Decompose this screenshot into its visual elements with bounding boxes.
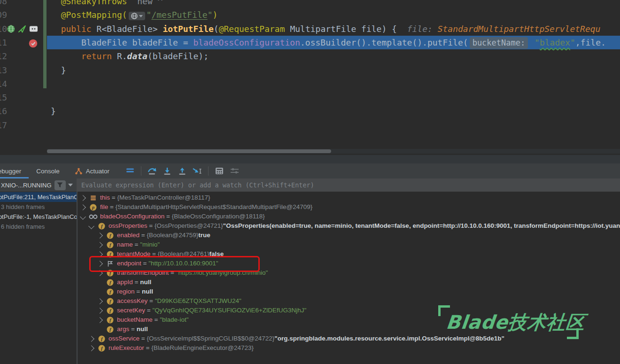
- line-number[interactable]: 214: [0, 77, 7, 91]
- variable-row-this[interactable]: this = {MesTaskPlanController@18117}: [78, 193, 620, 202]
- variable-row-ruleExecutor[interactable]: fruleExecutor = {BladeRuleEngineExecutor…: [78, 343, 620, 353]
- tab-label: Console: [36, 168, 60, 175]
- code-line-209[interactable]: 209 @PostMapping("/mesPutFile"): [0, 8, 620, 22]
- chevron-right-icon[interactable]: [97, 298, 103, 304]
- line-number[interactable]: 217: [0, 118, 7, 132]
- code-line-211[interactable]: 211 BladeFile bladeFile = bladeOssConfig…: [0, 36, 620, 49]
- variable-value: "QyVqGnhIQQE734UYSUFlGOZViE6+ZlDEfUG3Njh…: [152, 306, 306, 315]
- stack-frame[interactable]: iotPutFile:-1, MesTaskPlanController: [0, 212, 77, 222]
- variable-row-bladeOssConfiguration[interactable]: bladeOssConfiguration = {BladeOssConfigu…: [78, 212, 620, 221]
- field-icon: f: [105, 232, 115, 239]
- chevron-right-icon[interactable]: [88, 345, 94, 351]
- run-to-cursor-icon[interactable]: [191, 165, 204, 177]
- variable-name: accessKey: [117, 296, 147, 306]
- gutter-icons: [7, 22, 38, 36]
- filter-funnel-icon[interactable]: [54, 180, 66, 190]
- chevron-right-icon[interactable]: [97, 308, 103, 314]
- variable-row-ossProperties[interactable]: fossProperties = {OssProperties@24721} "…: [78, 221, 620, 231]
- layout-settings-icon[interactable]: [228, 165, 241, 177]
- tab-debugger[interactable]: Debugger: [0, 163, 29, 178]
- variable-row-region[interactable]: fregion = null: [78, 287, 620, 296]
- step-over-icon[interactable]: [146, 165, 159, 177]
- variable-row-enabled[interactable]: fenabled = {Boolean@24759} true: [78, 231, 620, 240]
- comment-box-icon[interactable]: [29, 25, 38, 32]
- toolbar-separator: [208, 166, 209, 176]
- variable-name: ossService: [108, 334, 140, 343]
- watermark-bracket-bottomright: [567, 328, 579, 339]
- chevron-down-icon[interactable]: [88, 223, 94, 229]
- tab-console[interactable]: Console: [29, 163, 67, 178]
- chevron-right-icon[interactable]: [80, 195, 86, 201]
- code-editor[interactable]: 208 @SneakyThrows new ^209 @PostMapping(…: [0, 0, 620, 155]
- editor-debug-splitter[interactable]: [0, 155, 620, 164]
- code-line-215[interactable]: 215: [0, 91, 620, 104]
- code-text: public R<BladeFile> iotPutFile(@RequestP…: [47, 22, 600, 36]
- code-line-216[interactable]: 216}: [0, 104, 620, 118]
- chevron-down-icon[interactable]: [80, 214, 86, 220]
- hidden-frames-note[interactable]: 6 hidden frames: [0, 222, 77, 232]
- evaluate-row: XNIO-...RUNNING Evaluate expression (Ent…: [0, 178, 620, 192]
- chevron-right-icon[interactable]: [80, 204, 86, 210]
- variable-row-name[interactable]: fname = "minio": [78, 240, 620, 249]
- code-line-214[interactable]: 214: [0, 77, 620, 91]
- editor-horizontal-scrollbar[interactable]: [47, 149, 620, 154]
- threads-view-icon[interactable]: [124, 165, 137, 177]
- evaluate-expression-input[interactable]: Evaluate expression (Enter) or add a wat…: [77, 178, 620, 192]
- chevron-down-icon[interactable]: [68, 184, 73, 186]
- equals-sign: =: [153, 315, 160, 325]
- line-number[interactable]: 211: [0, 36, 7, 49]
- code-text: BladeFile bladeFile = bladeOssConfigurat…: [47, 36, 606, 49]
- line-number[interactable]: 212: [0, 49, 7, 63]
- variables-panel[interactable]: this = {MesTaskPlanController@18117}pfil…: [78, 192, 620, 364]
- field-icon: f: [105, 288, 115, 295]
- variable-value: "minio": [140, 240, 160, 249]
- chevron-right-icon[interactable]: [97, 242, 103, 248]
- thread-selector[interactable]: XNIO-...RUNNING: [0, 178, 77, 192]
- variable-row-file[interactable]: pfile = {StandardMultipartHttpServletReq…: [78, 202, 620, 212]
- chevron-right-icon[interactable]: [97, 232, 103, 239]
- code-text: }: [47, 63, 66, 77]
- line-number[interactable]: 210: [0, 22, 7, 36]
- line-number[interactable]: 209: [0, 8, 7, 22]
- panel-divider[interactable]: [77, 192, 78, 364]
- line-number[interactable]: 215: [0, 91, 7, 104]
- code-line-208[interactable]: 208 @SneakyThrows new ^: [0, 0, 620, 8]
- parameter-name-hint: bucketName:: [470, 37, 528, 49]
- equals-sign: =: [144, 343, 151, 353]
- chevron-down-icon: [139, 15, 143, 17]
- step-into-icon[interactable]: [161, 165, 174, 177]
- variable-row-appId[interactable]: fappId = null: [78, 278, 620, 287]
- frames-panel[interactable]: iotPutFile:211, MesTaskPlanController3 h…: [0, 192, 77, 364]
- line-number[interactable]: 213: [0, 63, 7, 77]
- variable-value: {StandardMultipartHttpServletRequest$Sta…: [116, 202, 313, 212]
- code-line-217[interactable]: 217: [0, 118, 620, 132]
- stack-frame[interactable]: iotPutFile:211, MesTaskPlanController: [0, 192, 77, 202]
- hidden-frames-note[interactable]: 3 hidden frames: [0, 202, 77, 212]
- debug-tool-window-header: DebuggerConsoleActuator: [0, 163, 620, 179]
- equals-sign: =: [145, 306, 152, 315]
- code-line-213[interactable]: 213 }: [0, 63, 620, 77]
- code-text: @PostMapping("/mesPutFile"): [47, 8, 217, 22]
- request-mapping-chip[interactable]: [129, 12, 145, 20]
- code-line-212[interactable]: 212 return R.data(bladeFile);: [0, 49, 620, 63]
- evaluate-expression-icon[interactable]: [213, 165, 226, 177]
- equals-sign: =: [108, 202, 115, 212]
- variable-value: {MesTaskPlanController@18117}: [117, 193, 210, 202]
- chevron-placeholder: [97, 326, 103, 333]
- step-out-icon[interactable]: [176, 165, 189, 177]
- line-number[interactable]: 208: [0, 0, 7, 8]
- equals-sign: =: [147, 221, 155, 231]
- line-number[interactable]: 216: [0, 104, 7, 118]
- code-text: @SneakyThrows new ^: [47, 0, 163, 8]
- variable-row-ossService[interactable]: fossService = {OssServiceImpl$$SpringCGL…: [78, 334, 620, 343]
- code-line-210[interactable]: 210 public R<BladeFile> iotPutFile(@Requ…: [0, 22, 620, 36]
- spring-globe-icon[interactable]: [7, 25, 15, 33]
- scrollbar-thumb[interactable]: [47, 149, 331, 153]
- equals-sign: =: [164, 212, 171, 221]
- chevron-right-icon[interactable]: [97, 317, 103, 323]
- svg-text:p: p: [91, 205, 94, 210]
- tab-actuator[interactable]: Actuator: [67, 163, 117, 178]
- chevron-right-icon[interactable]: [88, 336, 94, 342]
- variable-row-accessKey[interactable]: faccessKey = "D99KGE6ZTQXSATTJWU24": [78, 296, 620, 306]
- paper-plane-icon[interactable]: [18, 25, 26, 33]
